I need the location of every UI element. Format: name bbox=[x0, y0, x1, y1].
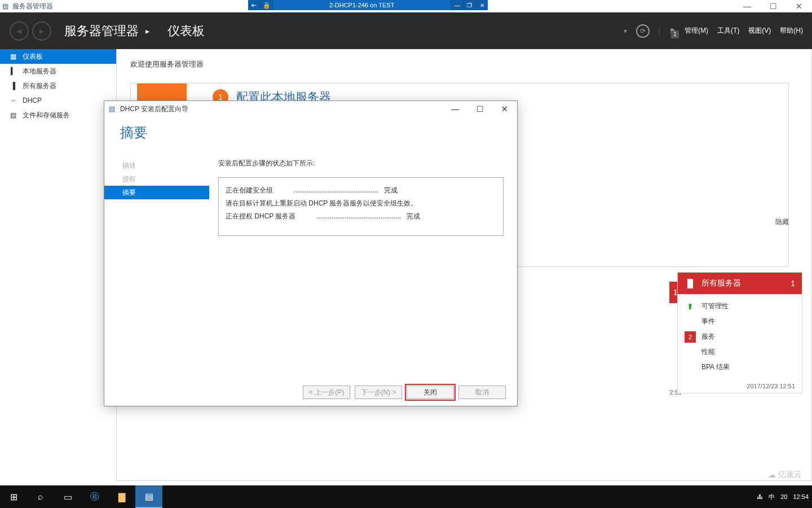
status-box: 正在创建安全组 ................................… bbox=[218, 177, 504, 236]
notifications-flag-icon[interactable]: ⚑1 bbox=[669, 27, 676, 35]
menu-tools[interactable]: 工具(T) bbox=[717, 26, 739, 36]
maximize-button[interactable]: ☐ bbox=[760, 0, 786, 12]
wizard-nav-description[interactable]: 描述 bbox=[104, 159, 209, 172]
minimize-button[interactable]: — bbox=[734, 0, 760, 12]
nav-forward-button[interactable]: ► bbox=[32, 21, 51, 41]
dashboard-icon: ▦ bbox=[9, 52, 17, 60]
dialog-maximize-button[interactable]: ☐ bbox=[467, 101, 492, 117]
status-intro-text: 安装后配置步骤的状态如下所示: bbox=[218, 159, 504, 168]
next-button: 下一步(N) > bbox=[355, 386, 402, 399]
dialog-heading: 摘要 bbox=[104, 117, 517, 152]
tile-body: ⬆可管理性 事件 2服务 性能 BPA 结果 bbox=[678, 294, 802, 379]
dialog-window-controls: — ☐ ✕ bbox=[443, 101, 517, 117]
dropdown-caret-icon[interactable]: ▾ bbox=[624, 27, 627, 35]
wizard-content: 安装后配置步骤的状态如下所示: 正在创建安全组 ................… bbox=[209, 152, 517, 390]
prev-button: < 上一步(P) bbox=[303, 386, 350, 399]
dialog-footer: < 上一步(P) 下一步(N) > 关闭 取消 bbox=[303, 386, 506, 399]
cancel-button: 取消 bbox=[458, 386, 506, 399]
search-button[interactable]: ⌕ bbox=[27, 485, 54, 508]
ime-indicator[interactable]: 中 bbox=[769, 493, 775, 501]
tile-row-label: 事件 bbox=[701, 317, 715, 326]
ie-button[interactable]: ⓔ bbox=[81, 485, 108, 508]
nav-back-button[interactable]: ◄ bbox=[10, 21, 29, 41]
menu-manage[interactable]: 管理(M) bbox=[685, 26, 708, 36]
dhcp-icon: ⎓ bbox=[9, 97, 17, 104]
tile-row-performance[interactable]: 性能 bbox=[685, 344, 795, 360]
servers-icon: ▐ bbox=[9, 82, 17, 90]
sidebar-item-label: 本地服务器 bbox=[23, 67, 56, 76]
tile-row-label: 性能 bbox=[701, 347, 715, 357]
tile-row-services[interactable]: 2服务 bbox=[685, 329, 795, 344]
sidebar-item-dhcp[interactable]: ⎓DHCP bbox=[0, 93, 116, 108]
servers-icon: ▐▌ bbox=[685, 279, 696, 288]
tile-row-label: 可管理性 bbox=[701, 301, 729, 311]
dialog-close-button[interactable]: ✕ bbox=[492, 101, 517, 117]
dialog-title: DHCP 安装后配置向导 bbox=[120, 104, 188, 114]
server-manager-taskbar-button[interactable]: ▤ bbox=[135, 485, 162, 508]
network-icon[interactable]: 🖧 bbox=[757, 493, 763, 500]
menu-help[interactable]: 帮助(H) bbox=[780, 26, 803, 36]
refresh-icon[interactable]: ⟳ bbox=[636, 24, 650, 38]
cloud-icon: ☁ bbox=[768, 470, 776, 479]
status-line: 正在创建安全组 ................................… bbox=[226, 186, 496, 195]
system-tray: 🖧 中 20 12:54 bbox=[757, 493, 809, 501]
sidebar-item-dashboard[interactable]: ▦仪表板 bbox=[0, 49, 116, 64]
tile-server-count: 1 bbox=[791, 279, 795, 288]
vm-restore-button[interactable]: ❐ bbox=[463, 0, 475, 10]
all-servers-tile[interactable]: ▐▌ 所有服务器 1 ⬆可管理性 事件 2服务 性能 BPA 结果 2017/1… bbox=[677, 272, 802, 393]
breadcrumb-leaf[interactable]: 仪表板 bbox=[167, 23, 205, 40]
tile-header: ▐▌ 所有服务器 1 bbox=[678, 273, 802, 294]
sidebar-item-file-storage[interactable]: ▤文件和存储服务▸ bbox=[0, 108, 116, 122]
divider: | bbox=[659, 27, 660, 35]
dhcp-post-install-wizard: ▤ DHCP 安装后配置向导 — ☐ ✕ 摘要 描述 授权 摘要 安装后配置步骤… bbox=[104, 100, 518, 406]
vm-connection-bar: ⇤ 🔒 2-DHCP1-246 on TEST — ❐ ✕ bbox=[248, 0, 488, 10]
watermark: ☁亿速云 bbox=[768, 470, 802, 480]
close-wizard-button[interactable]: 关闭 bbox=[407, 386, 454, 399]
tile-title: 所有服务器 bbox=[701, 278, 741, 288]
sidebar-item-local-server[interactable]: ▍本地服务器 bbox=[0, 64, 116, 78]
tile-row-events[interactable]: 事件 bbox=[685, 314, 795, 329]
start-button[interactable]: ⊞ bbox=[0, 485, 27, 508]
sidebar: ▦仪表板 ▍本地服务器 ▐所有服务器 ⎓DHCP ▤文件和存储服务▸ bbox=[0, 49, 116, 122]
dialog-minimize-button[interactable]: — bbox=[443, 101, 467, 117]
pin-icon[interactable]: ⇤ bbox=[248, 0, 261, 10]
tile-row-bpa[interactable]: BPA 结果 bbox=[685, 360, 795, 375]
task-view-button[interactable]: ▭ bbox=[54, 485, 81, 508]
sidebar-item-all-servers[interactable]: ▐所有服务器 bbox=[0, 78, 116, 93]
server-manager-icon: ▤ bbox=[2, 2, 10, 10]
tile-row-label: 服务 bbox=[701, 332, 715, 341]
vm-title: 2-DHCP1-246 on TEST bbox=[273, 2, 451, 8]
wizard-nav-authorization[interactable]: 授权 bbox=[104, 172, 209, 186]
wizard-nav: 描述 授权 摘要 bbox=[104, 152, 209, 390]
sidebar-item-label: DHCP bbox=[23, 97, 42, 104]
taskbar: ⊞ ⌕ ▭ ⓔ ▇ ▤ 🖧 中 20 12:54 bbox=[0, 485, 812, 508]
hide-button[interactable]: 隐藏 bbox=[775, 217, 789, 227]
tile-row-manageability[interactable]: ⬆可管理性 bbox=[685, 299, 795, 314]
tray-clock[interactable]: 12:54 bbox=[793, 493, 809, 500]
outer-window-title: 服务器管理器 bbox=[12, 2, 53, 11]
tile-timestamp: 2017/12/23 12:51 bbox=[678, 379, 802, 393]
lock-icon[interactable]: 🔒 bbox=[261, 0, 273, 10]
dhcp-icon: ▤ bbox=[109, 105, 117, 113]
outer-window-controls: — ☐ ✕ bbox=[734, 0, 812, 12]
menu-view[interactable]: 视图(V) bbox=[748, 26, 771, 36]
sidebar-item-label: 文件和存储服务 bbox=[23, 111, 70, 120]
tile-row-label: BPA 结果 bbox=[701, 362, 730, 372]
status-error-badge: 2 bbox=[685, 331, 696, 343]
server-manager-header: ◄ ► 服务器管理器 ▸ 仪表板 ▾ ⟳ | ⚑1 管理(M) 工具(T) 视图… bbox=[0, 12, 812, 49]
tray-date: 20 bbox=[780, 493, 787, 500]
sidebar-item-label: 所有服务器 bbox=[23, 81, 56, 91]
notification-count: 1 bbox=[671, 30, 679, 38]
server-icon: ▍ bbox=[9, 67, 17, 75]
header-menu: ▾ ⟳ | ⚑1 管理(M) 工具(T) 视图(V) 帮助(H) bbox=[624, 24, 803, 38]
breadcrumb-separator: ▸ bbox=[145, 27, 149, 36]
explorer-button[interactable]: ▇ bbox=[108, 485, 135, 508]
welcome-heading: 欢迎使用服务器管理器 bbox=[130, 59, 798, 69]
sidebar-item-label: 仪表板 bbox=[23, 52, 43, 62]
vm-minimize-button[interactable]: — bbox=[451, 0, 463, 10]
breadcrumb-root[interactable]: 服务器管理器 bbox=[64, 23, 139, 40]
close-button[interactable]: ✕ bbox=[786, 0, 812, 12]
vm-close-button[interactable]: ✕ bbox=[475, 0, 488, 10]
status-line: 正在授权 DHCP 服务器 ..........................… bbox=[226, 212, 496, 221]
wizard-nav-summary[interactable]: 摘要 bbox=[104, 186, 209, 199]
